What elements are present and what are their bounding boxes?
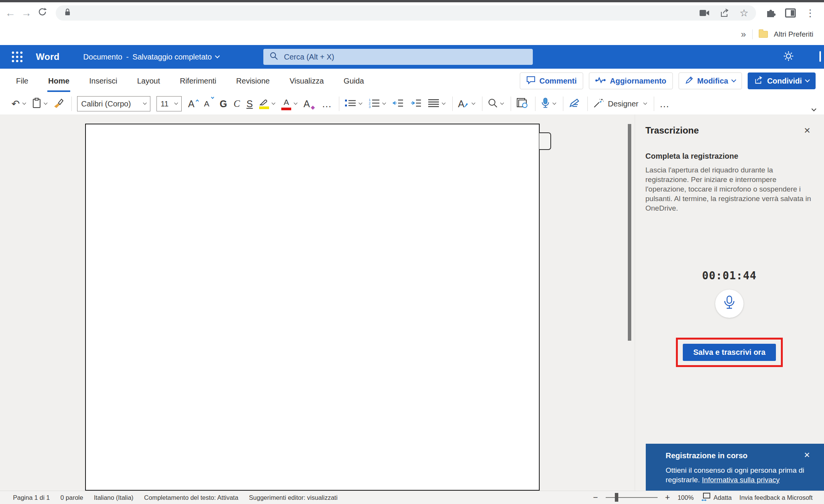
grow-font-button[interactable]: A: [188, 98, 195, 109]
pause-recording-button[interactable]: [715, 290, 743, 318]
undo-button[interactable]: ↶: [11, 99, 26, 109]
zoom-slider-handle[interactable]: [615, 493, 618, 502]
zoom-slider[interactable]: [606, 497, 658, 498]
tab-insert[interactable]: Inserisci: [79, 69, 127, 93]
save-and-transcribe-button[interactable]: Salva e trascrivi ora: [683, 344, 776, 361]
tab-file-label: File: [15, 70, 29, 92]
comment-margin-tab[interactable]: [539, 132, 551, 150]
avatar[interactable]: [819, 51, 821, 62]
document-name: Documento: [83, 53, 122, 61]
camera-icon[interactable]: [699, 9, 710, 17]
zoom-out-button[interactable]: −: [593, 493, 598, 502]
numbered-list-button[interactable]: 123: [368, 98, 385, 109]
other-bookmarks-button[interactable]: Altri Preferiti: [774, 30, 813, 39]
page-count[interactable]: Pagina 1 di 1: [13, 494, 50, 501]
edit-mode-button[interactable]: Modifica: [679, 72, 742, 89]
underline-button[interactable]: S: [247, 98, 253, 109]
panel-close-button[interactable]: ×: [804, 125, 810, 136]
panel-header: Trascrizione ×: [645, 125, 813, 136]
browser-menu-button[interactable]: ⋮: [803, 5, 818, 21]
feedback-link[interactable]: Invia feedback a Microsoft: [739, 494, 813, 501]
find-button[interactable]: [488, 98, 503, 109]
ellipsis-icon: …: [322, 99, 332, 109]
chevron-down-icon: [44, 101, 47, 105]
fit-to-page-button[interactable]: Adatta: [701, 493, 732, 502]
toast-body: Ottieni il consenso di ogni persona prim…: [666, 465, 809, 485]
toast-close-button[interactable]: ×: [804, 449, 810, 461]
paste-button[interactable]: [32, 98, 47, 110]
font-color-swatch: [281, 108, 291, 110]
italic-button[interactable]: C: [234, 98, 240, 109]
editor-button[interactable]: [569, 98, 580, 109]
shrink-font-button[interactable]: A: [204, 99, 209, 108]
bookmarks-overflow-button[interactable]: »: [741, 29, 746, 40]
find-icon: [488, 98, 498, 109]
more-font-options-button[interactable]: …: [322, 99, 332, 109]
styles-button[interactable]: A: [458, 98, 475, 109]
browser-forward-button[interactable]: →: [18, 5, 34, 21]
browser-reload-button[interactable]: [34, 5, 50, 21]
save-zone: Salva e trascrivi ora: [645, 338, 813, 367]
document-title[interactable]: Documento - Salvataggio completato: [83, 53, 219, 61]
tab-help[interactable]: Guida: [334, 69, 374, 93]
privacy-policy-link[interactable]: Informativa sulla privacy: [702, 476, 780, 484]
menu-dots-icon: ⋮: [805, 7, 815, 19]
toolbar-divider: [339, 97, 339, 111]
chevron-down-icon: [500, 101, 504, 105]
app-name[interactable]: Word: [36, 52, 60, 62]
side-panel-icon[interactable]: [783, 5, 798, 21]
updates-button[interactable]: Aggiornamento: [589, 72, 673, 89]
tab-layout[interactable]: Layout: [127, 69, 170, 93]
svg-text:3: 3: [369, 105, 371, 108]
bookmark-star-icon[interactable]: ☆: [740, 7, 748, 19]
highlight-color-button[interactable]: [259, 99, 275, 109]
tab-view[interactable]: Visualizza: [280, 69, 334, 93]
increase-indent-button[interactable]: [410, 98, 421, 109]
address-bar[interactable]: ☆: [56, 5, 756, 21]
clear-formatting-button[interactable]: A ◆: [303, 98, 310, 109]
settings-button[interactable]: [783, 50, 794, 63]
tab-file[interactable]: File: [6, 69, 38, 93]
language-indicator[interactable]: Italiano (Italia): [94, 494, 134, 501]
designer-button[interactable]: Designer: [593, 98, 647, 110]
collapse-ribbon-button[interactable]: [811, 106, 816, 111]
search-input[interactable]: Cerca (Alt + X): [263, 49, 533, 65]
share-button[interactable]: Condividi: [748, 72, 816, 89]
word-count[interactable]: 0 parole: [60, 494, 83, 501]
toolbar-divider: [654, 97, 654, 111]
toolbar-divider: [482, 97, 482, 111]
annotation-highlight-box: Salva e trascrivi ora: [676, 338, 782, 367]
zoom-in-button[interactable]: +: [665, 493, 670, 502]
underline-icon: S: [247, 98, 253, 109]
font-size-select[interactable]: 11: [156, 96, 182, 111]
bullet-list-button[interactable]: [345, 98, 362, 109]
document-page[interactable]: [85, 124, 540, 491]
format-painter-button[interactable]: [53, 98, 64, 109]
font-name-select[interactable]: Calibri (Corpo): [77, 96, 150, 111]
font-name-value: Calibri (Corpo): [81, 100, 131, 108]
chevron-down-icon: [174, 101, 178, 105]
highlight-color-swatch: [259, 106, 269, 109]
tab-home[interactable]: Home: [38, 69, 79, 93]
more-toolbar-options-button[interactable]: …: [660, 99, 669, 109]
tab-review[interactable]: Revisione: [226, 69, 280, 93]
decrease-indent-button[interactable]: [392, 98, 403, 109]
alignment-button[interactable]: [428, 98, 445, 109]
document-scrollbar[interactable]: [628, 124, 631, 341]
zoom-level[interactable]: 100%: [677, 494, 693, 501]
editor-suggestions-status[interactable]: Suggerimenti editor: visualizzati: [249, 494, 337, 501]
comments-button[interactable]: Commenti: [520, 72, 583, 89]
extensions-puzzle-icon[interactable]: [763, 5, 778, 21]
text-completion-status[interactable]: Completamento del testo: Attivata: [144, 494, 239, 501]
app-launcher-button[interactable]: [8, 48, 26, 66]
browser-back-button[interactable]: ←: [2, 5, 18, 21]
search-placeholder: Cerca (Alt + X): [284, 53, 334, 61]
recording-timer: 00:01:44: [645, 269, 813, 282]
dictate-button[interactable]: [541, 97, 556, 110]
font-color-button[interactable]: A: [281, 98, 297, 110]
reuse-files-icon: [516, 98, 528, 110]
bold-button[interactable]: G: [220, 98, 227, 109]
tab-references[interactable]: Riferimenti: [170, 69, 226, 93]
reuse-files-button[interactable]: [516, 98, 528, 110]
share-icon[interactable]: [720, 8, 730, 18]
